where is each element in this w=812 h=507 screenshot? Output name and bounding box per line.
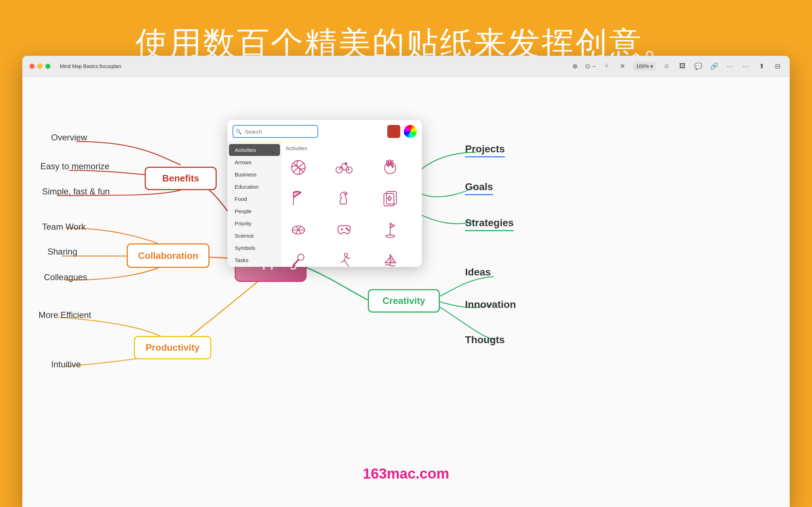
icons-content: Activities [281,141,422,267]
gamepad-icon-item[interactable] [331,217,357,242]
svg-point-1 [336,167,342,173]
svg-point-24 [344,253,348,256]
golf-icon-item[interactable] [378,217,403,242]
collaboration-node[interactable]: Collaboration [127,243,209,268]
efficient-label: More Efficient [39,310,91,320]
zoom-control[interactable]: 100% ▾ [633,62,656,71]
panel-search-area: 🔍 [227,120,422,141]
add-node-button[interactable]: ⊕ [570,61,580,71]
projects-label: Projects [465,143,505,157]
goals-label: Goals [465,181,493,195]
easy-label: Easy to memorize [40,161,109,171]
branch-button[interactable]: ⑂ [601,61,612,71]
sailboat-icon-item[interactable] [378,248,403,267]
chess-horse-icon-item[interactable] [331,186,357,211]
thougts-label: Thougts [465,334,505,346]
comment-button[interactable]: 💬 [693,61,703,71]
canvas: MindMapping Benefits Overview Easy to me… [22,77,790,507]
category-activities[interactable]: Activities [229,144,280,156]
bicycle-icon-item[interactable] [331,155,357,180]
benefits-node[interactable]: Benefits [145,167,217,190]
svg-point-19 [346,228,347,229]
zoom-value: 100% [636,63,649,69]
layout-button[interactable]: ⊟ [772,61,782,71]
traffic-lights [30,64,50,69]
rugby-icon-item[interactable] [286,217,311,242]
image-button[interactable]: 🖼 [677,61,687,71]
link-button[interactable]: 🔗 [709,61,719,71]
category-arrows[interactable]: Arrows [229,156,280,168]
category-science[interactable]: Science [229,230,280,242]
flag-icon-item[interactable] [286,186,311,211]
category-symbols[interactable]: Symbols [229,242,280,254]
sharing-label: Sharing [48,247,77,257]
innovation-label: Innovation [465,299,516,310]
ideas-label: Ideas [465,266,491,278]
productivity-node[interactable]: Productivity [134,336,211,359]
category-people[interactable]: People [229,205,280,217]
category-tasks[interactable]: Tasks [229,254,280,266]
share-button[interactable]: ⬆ [757,61,767,71]
basketball-icon-item[interactable] [286,155,311,180]
minimize-button[interactable] [37,64,42,69]
colleagues-label: Colleagues [44,272,87,282]
category-weather[interactable]: Weather [229,266,280,267]
creativity-label: Creativity [383,295,425,306]
svg-point-20 [348,229,349,230]
collaboration-label: Collaboration [138,250,198,261]
color-swatch[interactable] [387,125,400,138]
svg-rect-8 [386,161,388,165]
maximize-button[interactable] [45,64,50,69]
document-title: Mind Map Basics.focusplan [60,63,121,69]
overview-label: Overview [51,133,87,143]
panel-body: Activities Arrows Business Education Foo… [227,141,422,267]
zoom-dropdown-icon: ▾ [650,63,653,69]
creativity-node[interactable]: Creativity [368,289,440,313]
close-button[interactable] [30,64,35,69]
dots2-button[interactable]: ⋯ [741,61,751,71]
dots1-button[interactable]: ⋯ [725,61,735,71]
strategies-label: Strategies [465,217,514,231]
emoji-button[interactable]: ☺ [662,61,672,71]
svg-point-7 [392,166,393,167]
more-button[interactable]: ✕ [617,61,627,71]
teamwork-label: Team Work [42,222,86,232]
svg-point-22 [386,235,394,238]
running-icon-item[interactable] [331,248,357,267]
cards-icon-item[interactable] [378,186,403,211]
category-food[interactable]: Food [229,193,280,205]
section-title: Activities [286,145,418,151]
bowling-icon-item[interactable] [378,155,403,180]
search-icon: 🔍 [235,129,242,134]
icons-grid [286,155,418,267]
search-input[interactable] [233,125,318,138]
categories-sidebar: Activities Arrows Business Education Foo… [227,141,281,267]
pingpong-icon-item[interactable] [286,248,311,267]
watermark: 163mac.com [363,466,449,482]
category-business[interactable]: Business [229,169,280,180]
benefits-label: Benefits [162,173,199,184]
intuitive-label: Intuitive [51,359,81,369]
svg-point-3 [345,163,347,165]
sticker-panel: 🔍 Activities Arrows Business Education F… [227,120,422,267]
productivity-label: Productivity [145,342,199,353]
connect-button[interactable]: ⊙→ [586,61,596,71]
simple-label: Simple, fast & fun [42,187,110,197]
app-window: Mind Map Basics.focusplan ⊕ ⊙→ ⑂ ✕ 100% … [22,56,790,507]
svg-point-12 [344,193,346,194]
titlebar: Mind Map Basics.focusplan ⊕ ⊙→ ⑂ ✕ 100% … [22,56,790,77]
search-wrapper: 🔍 [233,125,384,138]
category-education[interactable]: Education [229,181,280,193]
color-wheel-button[interactable] [404,125,417,138]
category-priority[interactable]: Priority [229,217,280,229]
